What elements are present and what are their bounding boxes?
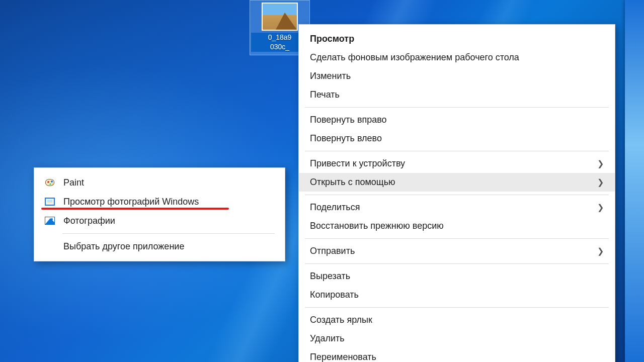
context-menu-item[interactable]: Повернуть вправо xyxy=(299,111,615,129)
context-menu-item-label: Отправить xyxy=(310,246,355,256)
context-menu-item-label: Создать ярлык xyxy=(310,315,372,325)
open-with-item-label: Paint xyxy=(63,177,275,188)
menu-separator xyxy=(305,107,609,108)
context-menu-item[interactable]: Удалить xyxy=(299,329,615,348)
context-menu-item-label: Изменить xyxy=(310,71,351,81)
photos-icon xyxy=(44,216,55,226)
context-menu-item-label: Печать xyxy=(310,89,340,100)
context-menu-item[interactable]: Создать ярлык xyxy=(299,311,615,329)
menu-separator xyxy=(62,233,275,234)
context-menu-item[interactable]: Повернуть влево xyxy=(299,129,615,148)
context-menu-item-label: Восстановить прежнюю версию xyxy=(310,221,444,231)
context-menu-item-label: Открыть с помощью xyxy=(310,177,395,188)
context-menu: ПросмотрСделать фоновым изображением раб… xyxy=(298,24,615,362)
chevron-right-icon: ❯ xyxy=(597,246,604,256)
context-menu-item-label: Привести к устройству xyxy=(310,158,405,169)
context-menu-item[interactable]: Печать xyxy=(299,85,615,104)
context-menu-item-label: Просмотр xyxy=(310,34,354,44)
open-with-submenu: PaintПросмотр фотографий WindowsФотограф… xyxy=(34,167,285,261)
open-with-item[interactable]: Фотографии xyxy=(34,211,285,230)
open-with-choose-another-label: Выбрать другое приложение xyxy=(63,241,275,252)
context-menu-item[interactable]: Вырезать xyxy=(299,267,615,286)
paint-icon xyxy=(44,177,55,188)
viewer-icon xyxy=(44,197,55,207)
context-menu-item-label: Поделиться xyxy=(310,202,360,213)
context-menu-item-label: Переименовать xyxy=(310,352,376,362)
menu-separator xyxy=(305,151,609,151)
blank-icon xyxy=(44,241,55,251)
context-menu-item[interactable]: Переименовать xyxy=(299,348,615,362)
wallpaper-right-edge xyxy=(625,0,644,362)
open-with-item-label: Фотографии xyxy=(63,216,275,226)
chevron-right-icon: ❯ xyxy=(597,177,604,187)
context-menu-item[interactable]: Просмотр xyxy=(299,30,615,48)
menu-separator xyxy=(305,307,609,308)
context-menu-item[interactable]: Сделать фоновым изображением рабочего ст… xyxy=(299,48,615,67)
annotation-underline xyxy=(41,208,229,210)
context-menu-item[interactable]: Открыть с помощью❯ xyxy=(299,173,615,192)
chevron-right-icon: ❯ xyxy=(597,203,604,212)
context-menu-item[interactable]: Изменить xyxy=(299,67,615,85)
context-menu-item-label: Вырезать xyxy=(310,271,350,282)
file-thumbnail xyxy=(262,3,298,31)
menu-separator xyxy=(305,263,609,264)
open-with-choose-another[interactable]: Выбрать другое приложение xyxy=(34,237,285,256)
open-with-item[interactable]: Paint xyxy=(34,173,285,192)
menu-separator xyxy=(305,238,609,239)
menu-separator xyxy=(305,195,609,195)
context-menu-item-label: Повернуть влево xyxy=(310,133,382,144)
context-menu-item-label: Копировать xyxy=(310,290,359,300)
context-menu-item[interactable]: Отправить❯ xyxy=(299,242,615,260)
context-menu-item[interactable]: Копировать xyxy=(299,286,615,304)
context-menu-item[interactable]: Восстановить прежнюю версию xyxy=(299,217,615,235)
context-menu-item[interactable]: Привести к устройству❯ xyxy=(299,154,615,173)
chevron-right-icon: ❯ xyxy=(597,159,604,168)
context-menu-item-label: Удалить xyxy=(310,333,345,344)
context-menu-item-label: Повернуть вправо xyxy=(310,115,387,125)
context-menu-item[interactable]: Поделиться❯ xyxy=(299,198,615,217)
open-with-item-label: Просмотр фотографий Windows xyxy=(63,197,275,207)
context-menu-item-label: Сделать фоновым изображением рабочего ст… xyxy=(310,52,519,63)
